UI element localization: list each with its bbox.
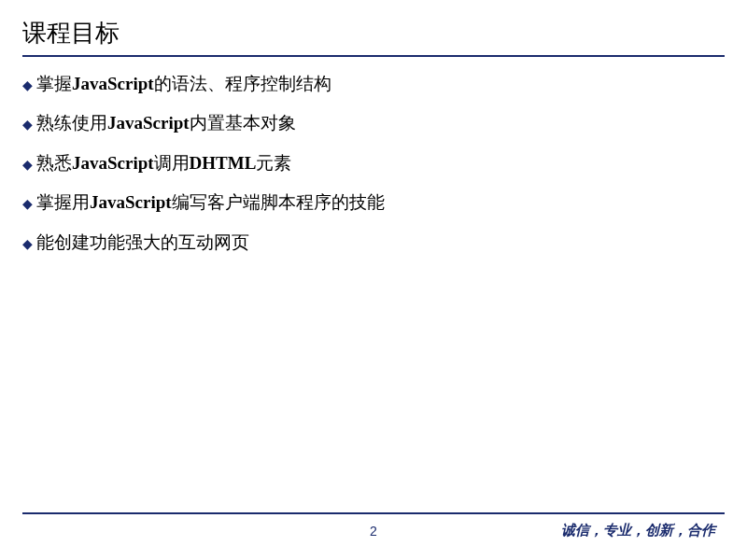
footer-motto: 诚信，专业，创新，合作 [561,522,715,539]
bullet-icon: ◆ [22,154,33,175]
bullet-icon: ◆ [22,193,33,214]
bullet-list: ◆ 掌握JavaScript的语法、程序控制结构 ◆ 熟练使用JavaScrip… [22,70,725,257]
list-item: ◆ 能创建功能强大的互动网页 [22,229,725,257]
list-item: ◆ 熟练使用JavaScript内置基本对象 [22,109,725,137]
page-number: 2 [370,524,377,539]
list-item: ◆ 掌握用JavaScript编写客户端脚本程序的技能 [22,189,725,217]
slide-container: 课程目标 ◆ 掌握JavaScript的语法、程序控制结构 ◆ 熟练使用Java… [0,0,747,560]
bullet-icon: ◆ [22,114,33,134]
list-item: ◆ 掌握JavaScript的语法、程序控制结构 [22,70,725,98]
bullet-text-1: 熟练使用JavaScript内置基本对象 [36,109,296,137]
bullet-text-2: 熟悉JavaScript调用DHTML元素 [36,149,291,177]
title-divider [22,55,725,57]
bullet-text-4: 能创建功能强大的互动网页 [36,229,249,257]
slide-title: 课程目标 [22,17,725,49]
list-item: ◆ 熟悉JavaScript调用DHTML元素 [22,149,725,177]
footer-content: 2 诚信，专业，创新，合作 [22,522,725,539]
footer-divider [22,512,725,514]
bullet-text-0: 掌握JavaScript的语法、程序控制结构 [36,70,331,98]
bullet-text-3: 掌握用JavaScript编写客户端脚本程序的技能 [36,189,385,217]
bullet-icon: ◆ [22,233,33,254]
slide-footer: 2 诚信，专业，创新，合作 [0,512,747,539]
bullet-icon: ◆ [22,75,33,95]
